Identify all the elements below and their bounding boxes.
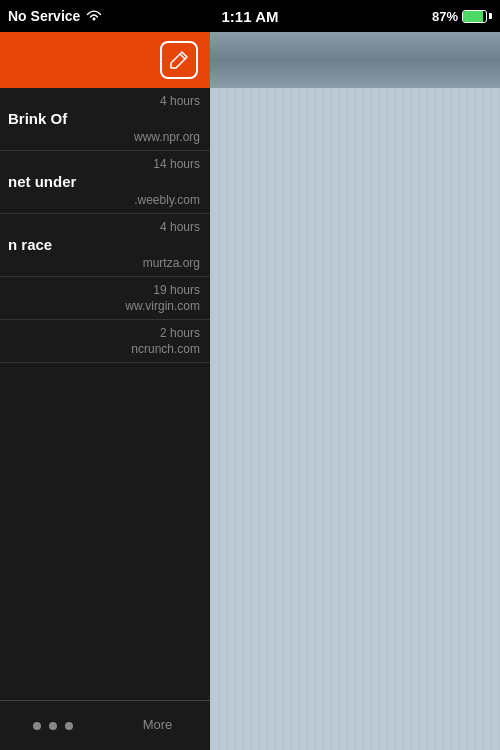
compose-pencil-icon xyxy=(169,50,189,70)
feed-item-url: ncrunch.com xyxy=(8,342,200,356)
battery-tip xyxy=(489,13,492,19)
feed-item-time: 19 hours xyxy=(8,283,200,297)
right-panel xyxy=(210,32,500,750)
list-item[interactable]: 2 hours ncrunch.com xyxy=(0,320,210,363)
feed-list: 4 hours Brink Of www.npr.org 14 hours ne… xyxy=(0,88,210,700)
feed-item-url: www.npr.org xyxy=(8,130,200,144)
list-item[interactable]: 4 hours Brink Of www.npr.org xyxy=(0,88,210,151)
list-item[interactable]: 19 hours ww.virgin.com xyxy=(0,277,210,320)
status-bar: No Service 1:11 AM 87% xyxy=(0,0,500,32)
tab-bar: More xyxy=(0,700,210,750)
no-service-label: No Service xyxy=(8,8,80,24)
feed-item-title: net under xyxy=(8,173,200,191)
status-time: 1:11 AM xyxy=(222,8,279,25)
status-left: No Service xyxy=(8,8,102,24)
battery-percent-label: 87% xyxy=(432,9,458,24)
tab-more-label[interactable]: More xyxy=(105,717,210,734)
right-panel-content xyxy=(210,88,500,750)
feed-item-time: 4 hours xyxy=(8,220,200,234)
list-item[interactable]: 14 hours net under .weebly.com xyxy=(0,151,210,214)
compose-area xyxy=(0,32,210,88)
battery-indicator xyxy=(462,10,492,23)
left-panel: 4 hours Brink Of www.npr.org 14 hours ne… xyxy=(0,32,210,750)
feed-item-title: n race xyxy=(8,236,200,254)
feed-item-title: Brink Of xyxy=(8,110,200,128)
list-item[interactable]: 4 hours n race murtza.org xyxy=(0,214,210,277)
compose-button[interactable] xyxy=(160,41,198,79)
tab-dots xyxy=(0,722,105,730)
battery-body xyxy=(462,10,487,23)
feed-item-url: .weebly.com xyxy=(8,193,200,207)
feed-item-time: 2 hours xyxy=(8,326,200,340)
main-layout: 4 hours Brink Of www.npr.org 14 hours ne… xyxy=(0,32,500,750)
feed-item-time: 14 hours xyxy=(8,157,200,171)
right-panel-header xyxy=(210,32,500,88)
battery-fill xyxy=(463,11,483,22)
feed-item-url: murtza.org xyxy=(8,256,200,270)
feed-item-time: 4 hours xyxy=(8,94,200,108)
status-right: 87% xyxy=(432,9,492,24)
feed-item-url: ww.virgin.com xyxy=(8,299,200,313)
tab-dot-1[interactable] xyxy=(33,722,41,730)
tab-dot-3[interactable] xyxy=(65,722,73,730)
tab-dot-2[interactable] xyxy=(49,722,57,730)
wifi-icon xyxy=(86,10,102,22)
